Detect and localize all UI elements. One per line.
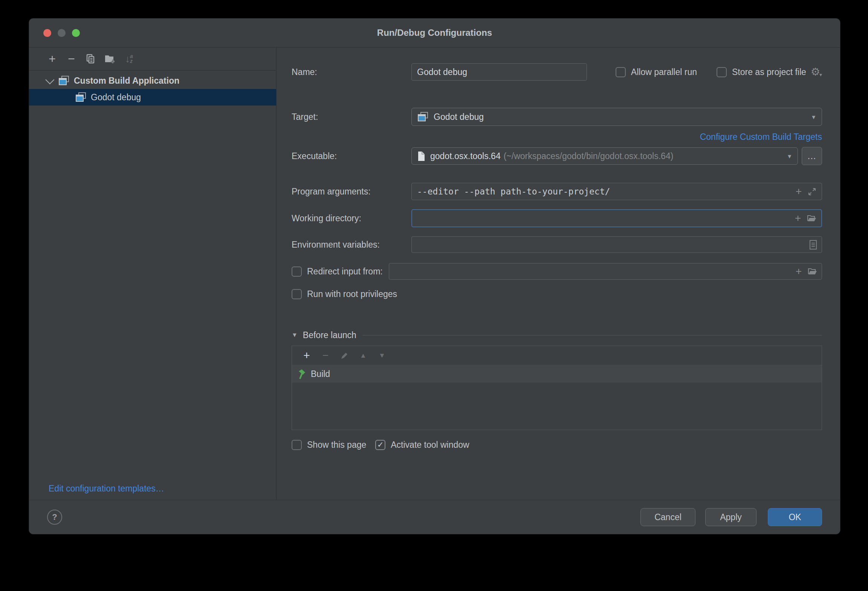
move-task-down-button[interactable]: ▼ [373, 348, 391, 363]
copy-icon [86, 54, 96, 64]
cancel-button[interactable]: Cancel [640, 508, 695, 526]
run-configuration-icon [417, 112, 428, 122]
configure-custom-build-targets-link[interactable]: Configure Custom Build Targets [700, 132, 822, 142]
open-folder-icon[interactable] [808, 268, 817, 276]
name-value: Godot debug [417, 67, 467, 77]
redirect-input-file-input[interactable]: + [389, 263, 822, 280]
before-launch-panel: + − ▲ ▼ Build [292, 346, 822, 430]
traffic-lights [43, 18, 80, 47]
plus-icon: + [303, 349, 310, 362]
run-configuration-icon [75, 92, 86, 103]
add-macro-icon[interactable]: + [796, 266, 802, 277]
run-with-root-privileges-label: Run with root privileges [307, 289, 397, 299]
run-with-root-privileges-checkbox[interactable]: Run with root privileges [292, 289, 397, 299]
remove-configuration-button[interactable]: − [62, 51, 81, 67]
copy-configuration-button[interactable] [81, 51, 100, 67]
add-macro-icon[interactable]: + [796, 186, 802, 197]
executable-file: godot.osx.tools.64 [430, 151, 501, 161]
target-value: Godot debug [434, 112, 484, 122]
apply-button[interactable]: Apply [705, 508, 756, 526]
store-options-gear-button[interactable]: ⚙ ▾ [811, 67, 822, 77]
variables-list-icon[interactable] [809, 240, 817, 250]
divider [362, 335, 822, 335]
expand-icon[interactable] [808, 187, 816, 196]
dialog-title: Run/Debug Configurations [377, 28, 492, 38]
hammer-icon [296, 369, 307, 379]
tree-item-label: Godot debug [91, 92, 141, 103]
allow-parallel-run-label: Allow parallel run [631, 67, 697, 77]
redirect-input-checkbox[interactable]: Redirect input from: [292, 266, 383, 277]
gear-icon: ⚙ [811, 67, 820, 77]
edit-task-button[interactable] [335, 348, 354, 363]
collapse-triangle-icon[interactable]: ▼ [292, 332, 298, 338]
sidebar-toolbar: + − [29, 47, 276, 70]
checkbox-box[interactable] [292, 266, 302, 277]
environment-variables-label: Environment variables: [292, 240, 411, 250]
sort-az-icon: ↓ az [125, 54, 133, 64]
configurations-tree: Custom Build Application Godot debug [29, 70, 276, 106]
checkbox-box[interactable] [717, 67, 727, 77]
close-window-button[interactable] [43, 29, 51, 37]
add-configuration-button[interactable]: + [43, 51, 62, 67]
target-select[interactable]: Godot debug ▼ [411, 108, 822, 126]
checkbox-box[interactable]: ✓ [375, 440, 385, 450]
title-bar: Run/Debug Configurations [29, 18, 840, 47]
before-launch-toolbar: + − ▲ ▼ [292, 346, 822, 365]
add-macro-icon[interactable]: + [795, 213, 801, 224]
environment-variables-input[interactable] [411, 236, 822, 253]
gear-caret-icon: ▾ [819, 72, 822, 77]
checkbox-box[interactable] [292, 289, 302, 299]
checkbox-box[interactable] [616, 67, 626, 77]
run-configuration-icon [58, 75, 69, 86]
ellipsis-icon: ... [807, 151, 816, 161]
configuration-form: Name: Godot debug Allow parallel run Sto… [277, 47, 840, 500]
help-button[interactable]: ? [47, 510, 62, 525]
before-launch-title: Before launch [303, 330, 356, 340]
before-launch-task-build[interactable]: Build [292, 365, 822, 383]
file-icon [417, 151, 426, 161]
allow-parallel-run-checkbox[interactable]: Allow parallel run [616, 67, 697, 77]
zoom-window-button[interactable] [72, 29, 80, 37]
question-mark-icon: ? [52, 512, 57, 522]
run-debug-configurations-dialog: Run/Debug Configurations + − [29, 18, 840, 534]
browse-executable-button[interactable]: ... [802, 147, 822, 165]
checkbox-box[interactable] [292, 440, 302, 450]
program-arguments-value: --editor --path path-to-your-project/ [417, 187, 610, 196]
name-input[interactable]: Godot debug [411, 63, 587, 81]
triangle-up-icon: ▲ [360, 352, 367, 360]
tree-item-label: Custom Build Application [74, 76, 179, 86]
executable-select[interactable]: godot.osx.tools.64 (~/workspaces/godot/b… [411, 147, 798, 165]
sort-configurations-button[interactable]: ↓ az [119, 51, 139, 67]
tree-item-custom-build-application[interactable]: Custom Build Application [29, 72, 276, 89]
working-directory-label: Working directory: [292, 213, 411, 224]
store-as-project-file-checkbox[interactable]: Store as project file [717, 67, 806, 77]
executable-label: Executable: [292, 151, 411, 161]
minus-icon: − [68, 53, 75, 65]
ok-button[interactable]: OK [768, 508, 822, 526]
chevron-down-icon[interactable] [45, 75, 54, 84]
task-label: Build [311, 369, 330, 379]
remove-task-button[interactable]: − [316, 348, 335, 363]
chevron-down-icon: ▼ [787, 153, 792, 159]
edit-configuration-templates-link[interactable]: Edit configuration templates… [29, 484, 276, 500]
redirect-input-label: Redirect input from: [307, 266, 383, 277]
new-folder-icon [104, 54, 116, 64]
show-this-page-checkbox[interactable]: Show this page [292, 440, 366, 450]
working-directory-input[interactable]: + [411, 209, 822, 227]
activate-tool-window-checkbox[interactable]: ✓ Activate tool window [375, 440, 469, 450]
program-arguments-input[interactable]: --editor --path path-to-your-project/ + [411, 183, 822, 200]
plus-icon: + [49, 53, 56, 65]
program-arguments-label: Program arguments: [292, 187, 411, 197]
show-this-page-label: Show this page [307, 440, 366, 450]
open-folder-icon[interactable] [807, 214, 816, 222]
target-label: Target: [292, 112, 411, 122]
tree-item-godot-debug[interactable]: Godot debug [29, 89, 276, 106]
new-folder-button[interactable] [100, 51, 119, 67]
configurations-sidebar: + − [29, 47, 277, 500]
add-task-button[interactable]: + [297, 348, 316, 363]
activate-tool-window-label: Activate tool window [391, 440, 469, 450]
store-as-project-file-label: Store as project file [732, 67, 806, 77]
move-task-up-button[interactable]: ▲ [354, 348, 373, 363]
check-icon: ✓ [377, 440, 384, 449]
minimize-window-button[interactable] [58, 29, 66, 37]
